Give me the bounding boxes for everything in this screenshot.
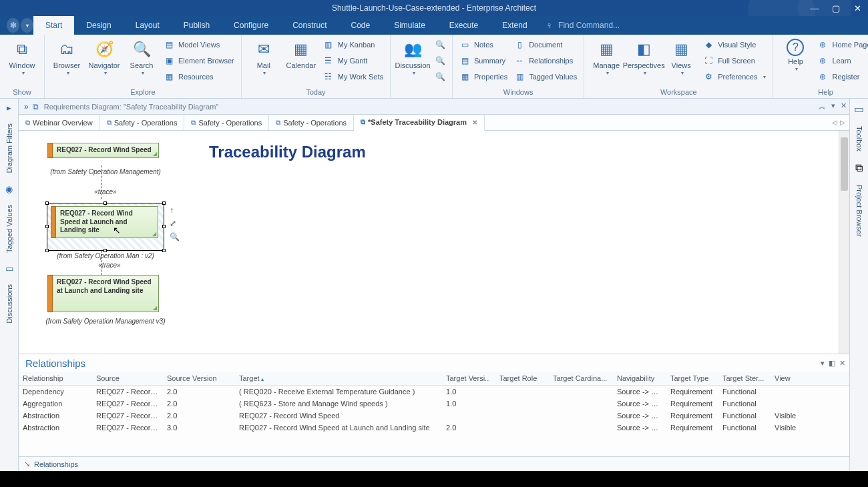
tag-icon[interactable]: ◉ <box>5 184 13 194</box>
tab-extend[interactable]: Extend <box>490 16 539 35</box>
tab-start[interactable]: Start <box>33 16 74 35</box>
col-target-role[interactable]: Target Role <box>495 372 549 386</box>
window-button[interactable]: ⧉ Window <box>4 36 40 77</box>
relationships-button[interactable]: ↔Relationships <box>511 53 580 68</box>
tab-publish[interactable]: Publish <box>172 16 222 35</box>
table-row[interactable]: AbstractionREQ027 - Record ...3.0REQ027 … <box>19 422 849 434</box>
close-button[interactable]: ✕ <box>847 0 868 16</box>
panel-pin-icon[interactable]: ◧ <box>829 359 835 368</box>
leftrail-tagged-values[interactable]: Tagged Values <box>4 201 15 257</box>
summary-button[interactable]: ▤Summary <box>457 53 510 68</box>
homepage-button[interactable]: ⊕Home Page <box>815 37 868 52</box>
col-target-type[interactable]: Target Type <box>666 372 718 386</box>
tagged-values-button[interactable]: ▥Tagged Values <box>511 69 580 84</box>
scroll-thumb[interactable] <box>841 137 848 191</box>
toolbox-icon[interactable]: ▭ <box>854 103 864 115</box>
mail-button[interactable]: ✉Mail <box>246 36 282 77</box>
tab-design[interactable]: Design <box>74 16 123 35</box>
ql-up-icon[interactable]: ↑ <box>170 205 180 215</box>
rightrail-toolbox[interactable]: Toolbox <box>854 122 865 155</box>
gantt-button[interactable]: ☰My Gantt <box>320 53 386 68</box>
tab-prev-icon[interactable]: ◁ <box>832 119 837 126</box>
find-command[interactable]: ♀ Find Command... <box>546 16 620 35</box>
discuss-search3-button[interactable]: 🔍 <box>432 69 448 84</box>
visual-style-button[interactable]: ◆Visual Style <box>700 37 769 52</box>
relationships-table[interactable]: Relationship Source Source Version Targe… <box>19 372 849 456</box>
discuss-search-button[interactable]: 🔍 <box>432 37 448 52</box>
projectbrowser-icon[interactable]: ⧉ <box>855 162 863 174</box>
dropdown-icon[interactable]: ▾ <box>831 101 835 111</box>
model-views-button[interactable]: ▤Model Views <box>161 37 237 52</box>
col-target-stereotype[interactable]: Target Ster... <box>718 372 771 386</box>
requirement-req027-v3[interactable]: REQ027 - Record Wind Speed at Launch and… <box>52 275 159 312</box>
table-row[interactable]: DependencyREQ027 - Record ...2.0( REQ020… <box>19 386 849 398</box>
minimize-button[interactable]: — <box>804 0 825 16</box>
col-relationship[interactable]: Relationship <box>19 372 92 386</box>
learn-button[interactable]: ⊕Learn <box>815 53 868 68</box>
tab-code[interactable]: Code <box>339 16 382 35</box>
requirement-req027-v2-selected[interactable]: REQ027 - Record Wind Speed at Launch and… <box>47 203 164 251</box>
calendar-button[interactable]: ▦Calendar <box>283 36 319 69</box>
worksets-button[interactable]: ☷My Work Sets <box>320 69 386 84</box>
tab-next-icon[interactable]: ▷ <box>840 119 845 126</box>
perspectives-button[interactable]: ◧Perspectives <box>626 36 662 77</box>
col-navigability[interactable]: Navigability <box>613 372 666 386</box>
col-target-cardinality[interactable]: Target Cardina... <box>549 372 613 386</box>
discussion-button[interactable]: 👥Discussion <box>395 36 431 77</box>
doctab-traceability[interactable]: ⧉*Safety Traceability Diagram✕ <box>354 115 485 131</box>
discuss-icon[interactable]: ▭ <box>5 264 13 274</box>
fullscreen-button[interactable]: ⛶Full Screen <box>700 53 769 68</box>
relationships-footer-tab[interactable]: ↘ Relationships <box>19 456 849 471</box>
diagram-canvas[interactable]: Traceability Diagram REQ027 - Record Win… <box>19 131 849 354</box>
search-button[interactable]: 🔍Search <box>124 36 160 77</box>
table-header-row[interactable]: Relationship Source Source Version Targe… <box>19 372 849 386</box>
leftrail-discussions[interactable]: Discussions <box>4 280 15 328</box>
register-button[interactable]: ⊕Register <box>815 69 868 84</box>
quicklinker[interactable]: ↑ ⤢ 🔍 <box>170 205 180 241</box>
leftrail-diagram-filters[interactable]: Diagram Filters <box>4 119 15 177</box>
col-view[interactable]: View <box>771 372 849 386</box>
properties-button[interactable]: ▦Properties <box>457 69 510 84</box>
app-menu-button[interactable]: ✻▾ <box>7 16 33 35</box>
col-source[interactable]: Source <box>92 372 163 386</box>
kanban-button[interactable]: ▥My Kanban <box>320 37 386 52</box>
diagram-icon[interactable]: ⧉ <box>33 102 39 111</box>
maximize-button[interactable]: ▢ <box>825 0 847 16</box>
tab-construct[interactable]: Construct <box>280 16 339 35</box>
rightrail-project-browser[interactable]: Project Browser <box>854 181 865 241</box>
ql-zoom-icon[interactable]: 🔍 <box>170 232 180 241</box>
panel-menu-icon[interactable]: ▾ <box>821 359 825 368</box>
col-target[interactable]: Target <box>235 372 442 386</box>
manage-button[interactable]: ▦Manage <box>588 36 624 77</box>
ql-link-icon[interactable]: ⤢ <box>170 219 180 228</box>
canvas-scrollbar[interactable] <box>839 131 849 354</box>
resources-button[interactable]: ▦Resources <box>161 69 237 84</box>
table-row[interactable]: AbstractionREQ027 - Record ...2.0REQ027 … <box>19 410 849 422</box>
document-button[interactable]: ▯Document <box>511 37 580 52</box>
table-row[interactable]: AggregationREQ027 - Record ...2.0( REQ62… <box>19 398 849 410</box>
tab-simulate[interactable]: Simulate <box>382 16 437 35</box>
doctab-webinar[interactable]: ⧉Webinar Overview <box>19 115 100 130</box>
element-browser-button[interactable]: ▣Element Browser <box>161 53 237 68</box>
doctab-safety2[interactable]: ⧉Safety - Operations <box>184 115 269 130</box>
discuss-search2-button[interactable]: 🔍 <box>432 53 448 68</box>
notes-button[interactable]: ▭Notes <box>457 37 510 52</box>
close-tab-icon[interactable]: ✕ <box>472 119 477 126</box>
browser-button[interactable]: 🗂Browser <box>49 36 85 77</box>
navigator-button[interactable]: 🧭Navigator <box>86 36 122 77</box>
close-panel-icon[interactable]: ✕ <box>841 101 847 111</box>
doctab-safety3[interactable]: ⧉Safety - Operations <box>269 115 354 130</box>
tab-layout[interactable]: Layout <box>124 16 172 35</box>
col-target-version[interactable]: Target Versi.. <box>442 372 495 386</box>
doctab-safety1[interactable]: ⧉Safety - Operations <box>100 115 185 130</box>
preferences-button[interactable]: ⚙Preferences <box>700 69 769 84</box>
tab-configure[interactable]: Configure <box>222 16 280 35</box>
collapse-up-icon[interactable]: ︽ <box>819 101 826 111</box>
panel-close-icon[interactable]: ✕ <box>839 359 845 368</box>
col-source-version[interactable]: Source Version <box>163 372 235 386</box>
filter-icon[interactable]: ▸ <box>7 103 11 113</box>
views-button[interactable]: ▦Views <box>663 36 699 77</box>
help-button[interactable]: ?Help <box>777 36 813 73</box>
requirement-req027-v1[interactable]: REQ027 - Record Wind Speed ◢ <box>52 143 159 158</box>
tab-execute[interactable]: Execute <box>437 16 490 35</box>
